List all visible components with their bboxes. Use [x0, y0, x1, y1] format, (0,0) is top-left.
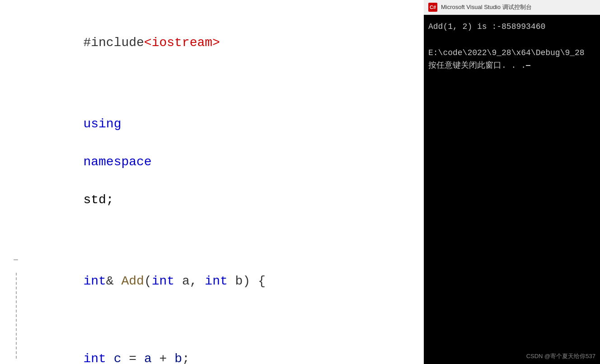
- int-c-line: int c = a + b;: [9, 311, 415, 364]
- int-kw-1: int: [83, 274, 106, 288]
- a-var: a: [144, 352, 152, 364]
- terminal-panel: C# Microsoft Visual Studio 调试控制台 Add(1, …: [424, 0, 600, 364]
- terminal-line-4: 按任意键关闭此窗口. . .: [428, 59, 595, 72]
- terminal-icon: C#: [428, 3, 437, 12]
- using-kw: using: [83, 117, 121, 131]
- code-content: #include<iostream> using namespace std; …: [0, 9, 424, 364]
- fold-indicator-empty2: [9, 96, 23, 97]
- cursor-blink: [526, 65, 530, 66]
- fold-minus-1[interactable]: −: [9, 253, 23, 267]
- terminal-content: Add(1, 2) is :-858993460 E:\code\2022\9_…: [424, 15, 600, 349]
- terminal-icon-text: C#: [430, 5, 436, 10]
- namespace-kw: namespace: [83, 155, 151, 169]
- include-line: #include<iostream>: [9, 14, 415, 72]
- b-var: b: [174, 352, 182, 364]
- terminal-titlebar: C# Microsoft Visual Studio 调试控制台: [424, 0, 600, 15]
- std-text: std;: [83, 193, 113, 207]
- add-func-name: Add: [121, 274, 144, 288]
- terminal-title: Microsoft Visual Studio 调试控制台: [441, 3, 532, 11]
- include-text: #include<iostream>: [23, 14, 415, 71]
- terminal-line-3: E:\code\2022\9_28\x64\Debug\9_28: [428, 47, 595, 60]
- c-var: c: [114, 352, 122, 364]
- fold-indicator-empty: [9, 14, 23, 15]
- blank-line-2: [9, 229, 415, 252]
- int-kw-c: int: [83, 352, 106, 364]
- terminal-line-1: Add(1, 2) is :-858993460: [428, 20, 595, 33]
- blank-line-1: [9, 72, 415, 95]
- fold-indicator-empty3: [9, 312, 23, 313]
- func-def-line: − int& Add(int a, int b) {: [9, 252, 415, 311]
- terminal-footer: CSDN @寄个夏天给你537: [424, 349, 600, 364]
- terminal-line-2: [428, 33, 595, 47]
- using-text: using namespace std;: [23, 96, 415, 229]
- int-kw-param1: int: [152, 274, 174, 288]
- terminal-footer-text: CSDN @寄个夏天给你537: [526, 353, 595, 359]
- int-c-text: int c = a + b;: [23, 312, 415, 364]
- func-def-text: int& Add(int a, int b) {: [23, 253, 415, 310]
- include-lib: <iostream>: [144, 36, 220, 50]
- using-line: using namespace std;: [9, 95, 415, 229]
- int-kw-param2: int: [205, 274, 227, 288]
- code-panel: #include<iostream> using namespace std; …: [0, 0, 424, 364]
